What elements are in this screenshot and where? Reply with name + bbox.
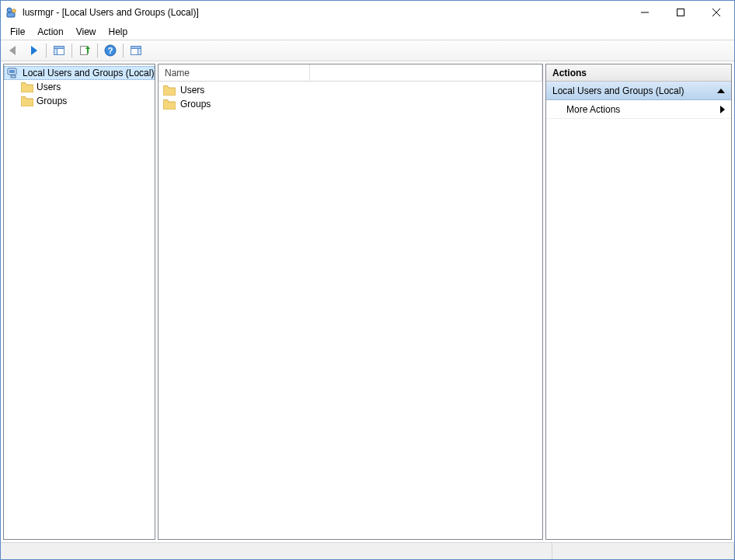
toolbar-separator	[46, 43, 47, 57]
panel-icon	[53, 44, 65, 57]
submenu-icon	[720, 106, 725, 113]
svg-rect-22	[11, 75, 16, 78]
action-more-actions[interactable]: More Actions	[546, 100, 731, 119]
menu-file[interactable]: File	[4, 26, 31, 38]
menu-view[interactable]: View	[70, 26, 103, 38]
list-pane: Name Users	[158, 64, 543, 540]
svg-rect-4	[678, 9, 684, 16]
panel-right-icon	[130, 44, 142, 57]
folder-icon	[21, 96, 33, 106]
list-body[interactable]: Users Groups	[158, 82, 542, 539]
folder-icon	[21, 82, 33, 92]
minimize-button[interactable]	[627, 1, 663, 24]
statusbar	[1, 542, 734, 559]
folder-icon	[163, 85, 176, 96]
list-item[interactable]: Users	[158, 83, 542, 97]
tree-item-label: Users	[37, 82, 61, 92]
help-icon: ?	[104, 44, 117, 57]
window-title: lusrmgr - [Local Users and Groups (Local…	[23, 7, 627, 18]
svg-rect-11	[54, 49, 57, 55]
menu-help[interactable]: Help	[103, 26, 134, 38]
status-cell	[1, 543, 552, 559]
toolbar-separator	[123, 43, 124, 57]
menu-action[interactable]: Action	[31, 26, 69, 38]
column-header-name[interactable]: Name	[158, 64, 310, 81]
actions-group-label: Local Users and Groups (Local)	[552, 85, 684, 96]
svg-marker-8	[31, 46, 37, 55]
console-tree[interactable]: Local Users and Groups (Local) Users	[4, 64, 155, 539]
tree-item-groups[interactable]: Groups	[4, 94, 155, 108]
close-button[interactable]	[698, 1, 734, 24]
app-window: lusrmgr - [Local Users and Groups (Local…	[0, 0, 735, 560]
actions-pane: Actions Local Users and Groups (Local) M…	[545, 64, 732, 540]
svg-text:?: ?	[108, 46, 113, 55]
svg-point-2	[12, 9, 16, 12]
window-controls	[627, 1, 734, 24]
action-label: More Actions	[566, 104, 620, 115]
tree-item-label: Groups	[37, 96, 67, 106]
collapse-icon	[717, 89, 725, 93]
tree-pane: Local Users and Groups (Local) Users	[3, 64, 155, 540]
actions-group-header[interactable]: Local Users and Groups (Local)	[546, 82, 731, 100]
client-area: Local Users and Groups (Local) Users	[1, 61, 734, 542]
list-item-name: Groups	[180, 99, 211, 110]
list-item-name: Users	[180, 85, 204, 96]
export-icon	[78, 44, 91, 57]
list-item[interactable]: Groups	[158, 97, 542, 111]
folder-icon	[163, 99, 176, 110]
minimize-icon	[641, 9, 649, 16]
app-icon	[5, 6, 18, 19]
list-header: Name	[158, 64, 542, 82]
svg-rect-12	[81, 47, 88, 55]
computer-icon	[7, 67, 19, 79]
tree-item-users[interactable]: Users	[4, 80, 155, 94]
svg-point-0	[7, 8, 12, 12]
maximize-button[interactable]	[663, 1, 698, 24]
toolbar-separator	[71, 43, 72, 57]
arrow-left-icon	[7, 44, 19, 57]
actions-body: More Actions	[546, 100, 731, 539]
tree-root-node[interactable]: Local Users and Groups (Local)	[4, 66, 155, 80]
close-icon	[712, 9, 720, 16]
toolbar-help-button[interactable]: ?	[101, 42, 120, 59]
toolbar-back-button[interactable]	[4, 42, 23, 59]
svg-rect-19	[138, 49, 141, 55]
titlebar: lusrmgr - [Local Users and Groups (Local…	[1, 1, 734, 24]
toolbar-show-hide-tree-button[interactable]	[50, 42, 68, 59]
column-header-blank[interactable]	[310, 64, 542, 81]
toolbar-separator	[97, 43, 98, 57]
toolbar-show-actions-pane-button[interactable]	[127, 42, 145, 59]
toolbar-export-list-button[interactable]	[75, 42, 94, 59]
menubar: File Action View Help	[1, 24, 734, 40]
toolbar-forward-button[interactable]	[24, 42, 43, 59]
maximize-icon	[677, 9, 684, 16]
svg-rect-21	[9, 70, 15, 73]
toolbar: ?	[1, 40, 734, 61]
tree-root-label: Local Users and Groups (Local)	[23, 68, 154, 78]
svg-rect-1	[7, 12, 15, 17]
actions-title: Actions	[546, 64, 731, 82]
svg-marker-7	[9, 46, 16, 55]
arrow-right-icon	[27, 44, 40, 57]
status-cell	[552, 543, 734, 559]
